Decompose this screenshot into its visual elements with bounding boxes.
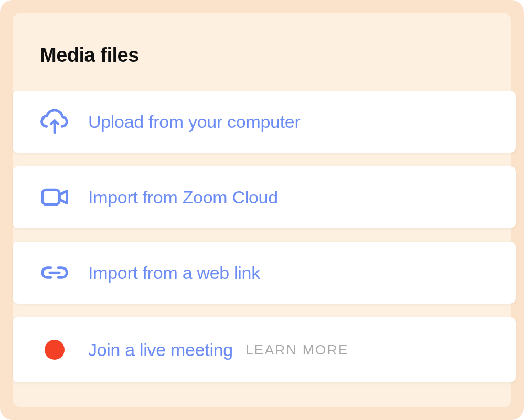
- media-files-section: Media files Upload from your computer: [13, 13, 511, 407]
- options-list: Upload from your computer Import from Zo…: [13, 91, 511, 382]
- option-label: Import from a web link: [88, 263, 260, 283]
- learn-more-link[interactable]: LEARN MORE: [245, 342, 349, 358]
- video-camera-icon: [40, 182, 69, 212]
- option-label: Join a live meeting: [88, 340, 233, 360]
- option-label: Import from Zoom Cloud: [88, 187, 278, 208]
- option-label: Upload from your computer: [88, 112, 300, 132]
- section-title: Media files: [40, 44, 511, 67]
- cloud-upload-icon: [40, 107, 69, 136]
- link-icon: [40, 258, 69, 287]
- svg-rect-0: [42, 190, 60, 204]
- upload-from-computer-option[interactable]: Upload from your computer: [13, 91, 516, 153]
- import-from-zoom-option[interactable]: Import from Zoom Cloud: [13, 166, 516, 228]
- record-dot-icon: [40, 335, 69, 364]
- outer-panel: Media files Upload from your computer: [0, 0, 524, 420]
- join-live-meeting-option[interactable]: Join a live meeting LEARN MORE: [13, 317, 516, 382]
- import-from-weblink-option[interactable]: Import from a web link: [13, 242, 516, 304]
